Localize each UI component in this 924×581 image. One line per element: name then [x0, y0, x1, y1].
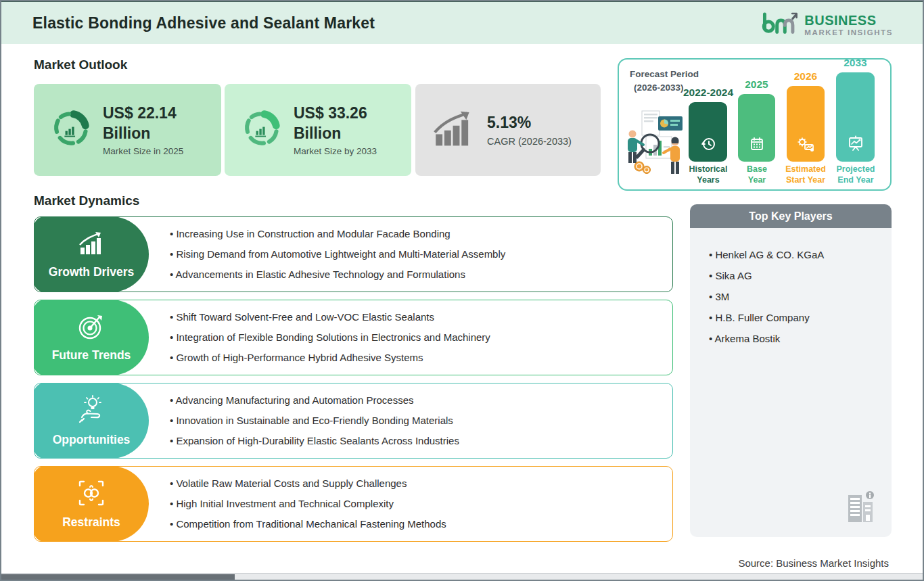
stat-value: US$ 33.26 Billion — [294, 103, 377, 144]
forecast-bar-projected — [836, 72, 875, 162]
page-title: Elastic Bonding Adhesive and Sealant Mar… — [32, 14, 375, 32]
growth-drivers-pill: Growth Drivers — [34, 216, 149, 292]
key-player-item: 3M — [709, 286, 892, 307]
presentation-chart-icon — [847, 135, 864, 155]
bullet-item: Expansion of High-Durability Elastic Sea… — [170, 431, 663, 451]
market-outlook-heading: Market Outlook — [34, 57, 127, 72]
growth-chart-icon — [76, 230, 106, 260]
bmi-logo: BUSINESS MARKET INSIGHTS — [760, 9, 893, 41]
forecast-caption-base: BaseYear — [733, 164, 781, 186]
dynamics-row-label: Future Trends — [52, 348, 131, 363]
hand-bulb-icon — [76, 395, 106, 427]
stat-value: US$ 22.14 Billion — [103, 103, 183, 144]
stat-card-market-size-2033: US$ 33.26 Billion Market Size by 2033 — [225, 84, 411, 176]
key-player-item: H.B. Fuller Company — [709, 307, 892, 328]
bullet-item: Advancing Manufacturing and Automation P… — [170, 390, 663, 411]
growth-drivers-bullets: Increasing Use in Construction and Modul… — [170, 224, 663, 285]
bullet-item: High Initial Investment and Technical Co… — [170, 494, 663, 514]
company-building-icon — [846, 490, 875, 528]
forecast-year-historical: 2022-2024 — [678, 87, 738, 99]
bullet-item: Competition from Traditional Mechanical … — [170, 514, 663, 534]
horizontal-scrollbar-thumb[interactable] — [1, 574, 235, 580]
logo-brand-line1: BUSINESS — [804, 14, 893, 27]
stat-card-cagr: 5.13% CAGR (2026-2033) — [415, 84, 601, 176]
chain-link-icon — [77, 479, 106, 510]
stat-label: CAGR (2026-2033) — [487, 136, 572, 147]
dynamics-row-label: Growth Drivers — [49, 265, 134, 279]
forecast-year-estimated: 2026 — [787, 70, 825, 83]
restraints-bullets: Volatile Raw Material Costs and Supply C… — [170, 473, 663, 534]
top-key-players-heading: Top Key Players — [690, 204, 892, 228]
stat-card-market-size-2025: US$ 22.14 Billion Market Size in 2025 — [34, 84, 221, 176]
donut-chart-icon — [242, 109, 281, 151]
bullet-item: Shift Toward Solvent-Free and Low-VOC El… — [170, 307, 663, 327]
forecast-bar-estimated — [787, 86, 825, 162]
restraints-pill: Restraints — [34, 466, 149, 542]
bullet-item: Innovation in Sustainable and Eco-Friend… — [170, 411, 663, 431]
future-trends-bullets: Shift Toward Solvent-Free and Low-VOC El… — [170, 307, 663, 368]
bullet-item: Integration of Flexible Bonding Solution… — [170, 327, 663, 348]
bullet-item: Growth of High-Performance Hybrid Adhesi… — [170, 348, 663, 368]
dynamics-row-future-trends: Shift Toward Solvent-Free and Low-VOC El… — [34, 300, 673, 375]
analysts-illustration — [623, 106, 689, 183]
stat-label: Market Size by 2033 — [294, 146, 377, 156]
dynamics-row-label: Restraints — [62, 515, 120, 530]
growth-bars-icon — [433, 109, 475, 151]
dynamics-row-opportunities: Advancing Manufacturing and Automation P… — [34, 383, 673, 459]
forecast-caption-projected: ProjectedEnd Year — [829, 164, 882, 186]
dynamics-row-restraints: Volatile Raw Material Costs and Supply C… — [34, 466, 673, 542]
forecast-period-panel: Forecast Period (2026-2033) 2022-2024 20… — [618, 58, 892, 191]
key-players-list: Henkel AG & CO. KGaA Sika AG 3M H.B. Ful… — [690, 244, 892, 349]
market-dynamics-heading: Market Dynamics — [34, 193, 139, 208]
bullet-item: Volatile Raw Material Costs and Supply C… — [170, 473, 663, 494]
forecast-year-projected: 2033 — [836, 57, 875, 69]
dynamics-row-label: Opportunities — [53, 433, 131, 447]
header-bar: Elastic Bonding Adhesive and Sealant Mar… — [1, 1, 923, 44]
history-clock-icon — [700, 136, 716, 155]
opportunities-pill: Opportunities — [34, 383, 149, 459]
stat-value: 5.13% — [487, 113, 572, 133]
bmi-logo-mark-icon — [760, 9, 799, 41]
future-trends-pill: Future Trends — [34, 300, 149, 375]
forecast-bar-base — [738, 94, 775, 162]
horizontal-scrollbar-track[interactable] — [1, 573, 923, 580]
top-key-players-panel: Top Key Players Henkel AG & CO. KGaA Sik… — [690, 204, 892, 537]
source-note: Source: Business Market Insights — [738, 557, 889, 569]
key-player-item: Sika AG — [709, 265, 892, 286]
gear-chart-icon — [797, 136, 814, 155]
forecast-year-base: 2025 — [738, 78, 775, 91]
forecast-bar-historical — [689, 102, 727, 162]
dynamics-row-growth-drivers: Increasing Use in Construction and Modul… — [34, 216, 673, 292]
logo-brand-line2: MARKET INSIGHTS — [804, 29, 893, 37]
donut-chart-icon — [51, 109, 91, 151]
opportunities-bullets: Advancing Manufacturing and Automation P… — [170, 390, 663, 451]
stat-label: Market Size in 2025 — [103, 146, 183, 156]
key-player-item: Henkel AG & CO. KGaA — [709, 244, 892, 265]
target-dart-icon — [77, 313, 106, 343]
forecast-caption-estimated: EstimatedStart Year — [780, 164, 831, 186]
bullet-item: Increasing Use in Construction and Modul… — [170, 224, 663, 244]
bmi-logo-text: BUSINESS MARKET INSIGHTS — [804, 14, 893, 37]
bullet-item: Advancements in Elastic Adhesive Technol… — [170, 264, 663, 285]
key-player-item: Arkema Bostik — [709, 328, 892, 349]
calendar-icon — [749, 136, 765, 155]
infographic-page: Elastic Bonding Adhesive and Sealant Mar… — [0, 0, 924, 581]
bullet-item: Rising Demand from Automotive Lightweigh… — [170, 244, 663, 264]
